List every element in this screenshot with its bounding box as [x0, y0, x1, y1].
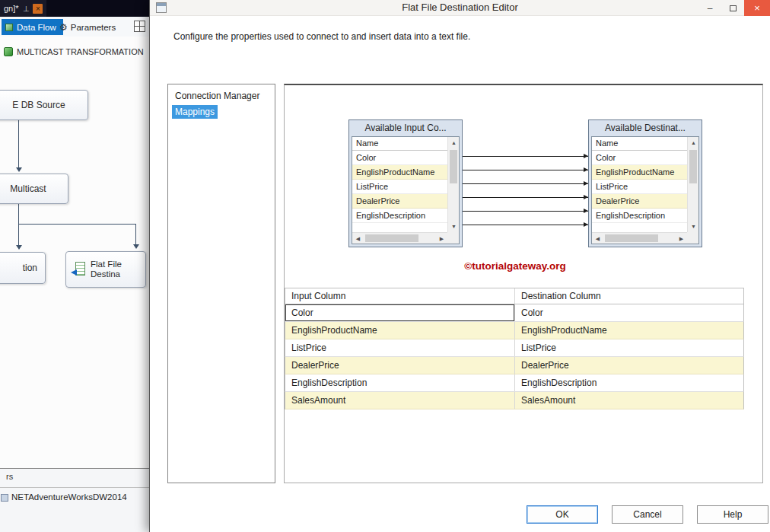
destination-column-cell[interactable]: ListPrice — [515, 339, 743, 356]
list-item[interactable]: EnglishProductName — [352, 165, 447, 180]
connector-line[interactable] — [18, 224, 136, 225]
scrollbar-corner — [447, 232, 459, 244]
ole-db-source-box[interactable]: E DB Source — [0, 90, 88, 120]
scrollbar-thumb[interactable] — [689, 150, 697, 183]
connector-line[interactable] — [135, 224, 136, 245]
list-item[interactable]: Color — [592, 151, 687, 165]
scroll-down-icon[interactable]: ▼ — [448, 221, 460, 232]
help-button[interactable]: Help — [697, 505, 768, 524]
list-item[interactable]: ListPrice — [592, 180, 687, 194]
scrollbar-corner — [687, 232, 698, 244]
destination-column-cell[interactable]: DealerPrice — [515, 357, 743, 374]
destination-column-cell[interactable]: EnglishProductName — [515, 322, 743, 339]
list-item[interactable]: EnglishDescription — [352, 209, 447, 223]
destination-column-cell[interactable]: Color — [515, 304, 743, 321]
dialog-title-bar[interactable]: Flat File Destination Editor – × — [150, 0, 770, 16]
scrollbar-thumb[interactable] — [450, 150, 457, 183]
horizontal-scrollbar[interactable]: ◀ ▶ — [352, 232, 447, 244]
destination-column-cell[interactable]: SalesAmount — [515, 392, 743, 409]
nav-item-connection-manager[interactable]: Connection Manager — [172, 89, 262, 103]
partial-transformation-box[interactable]: tion — [0, 252, 46, 284]
list-item[interactable]: EnglishProductName — [592, 165, 687, 180]
input-column-cell[interactable]: ListPrice — [285, 339, 515, 356]
listbox-title: Available Destinat... — [589, 120, 702, 136]
scroll-right-icon[interactable]: ▶ — [676, 233, 687, 244]
tab-data-flow[interactable]: Data Flow — [2, 19, 63, 35]
connector-arrow-icon — [16, 245, 22, 250]
box-label: tion — [23, 263, 37, 273]
mapping-table: Input ColumnDestination ColumnColorColor… — [285, 288, 744, 409]
data-flow-icon — [5, 24, 13, 31]
vertical-scrollbar[interactable]: ▲ ▼ — [447, 137, 459, 232]
table-row: ListPriceListPrice — [285, 339, 744, 357]
destination-column-cell[interactable]: EnglishDescription — [515, 374, 743, 391]
input-column-cell[interactable]: EnglishDescription — [285, 374, 515, 391]
mapping-connector[interactable] — [463, 211, 588, 212]
maximize-button[interactable] — [721, 0, 744, 16]
table-row: EnglishProductNameEnglishProductName — [285, 322, 744, 339]
scrollbar-thumb[interactable] — [605, 234, 658, 242]
nav-item-mappings[interactable]: Mappings — [172, 105, 218, 119]
scroll-left-icon[interactable]: ◀ — [592, 233, 603, 244]
input-column-cell[interactable]: DealerPrice — [285, 357, 515, 374]
tab-parameters-label: Parameters — [71, 23, 116, 32]
mappings-nav: Connection ManagerMappings — [167, 84, 275, 483]
scroll-right-icon[interactable]: ▶ — [436, 233, 447, 244]
connection-managers-tab[interactable]: rs — [6, 472, 13, 481]
mapping-frame: Available Input Co... NameColorEnglishPr… — [284, 84, 763, 483]
document-tab[interactable]: gn]* ⊤ × — [0, 0, 46, 17]
listbox-column-header[interactable]: Name — [352, 137, 447, 151]
mapping-connector[interactable] — [463, 170, 588, 170]
vs-designer-background: gn]* ⊤ × Data Flow ⚙ Parameters MULTICAS… — [0, 0, 149, 532]
cancel-button[interactable]: Cancel — [612, 505, 683, 524]
mapping-connector[interactable] — [463, 197, 588, 198]
connector-line[interactable] — [18, 204, 19, 225]
list-item[interactable]: EnglishDescription — [592, 209, 687, 223]
list-item[interactable]: DealerPrice — [352, 194, 447, 209]
listbox-grid: NameColorEnglishProductNameListPriceDeal… — [592, 137, 687, 232]
connection-manager-item[interactable]: NETAdventureWorksDW2014 — [11, 492, 127, 502]
document-tab-bar: gn]* ⊤ × — [0, 0, 149, 17]
close-button[interactable]: × — [744, 0, 770, 16]
vertical-scrollbar[interactable]: ▲ ▼ — [687, 137, 698, 232]
mapping-connector[interactable] — [463, 225, 588, 225]
input-column-cell[interactable]: EnglishProductName — [285, 322, 515, 339]
listbox-grid: NameColorEnglishProductNameListPriceDeal… — [352, 137, 447, 232]
ok-button[interactable]: OK — [527, 505, 598, 524]
table-column-header: Input Column — [285, 288, 515, 304]
box-label: E DB Source — [12, 100, 65, 110]
tab-parameters[interactable]: ⚙ Parameters — [59, 19, 116, 35]
flat-file-destination-box[interactable]: Flat File Destina — [65, 251, 146, 288]
mapping-connector[interactable] — [463, 156, 588, 157]
listbox-column-header[interactable]: Name — [592, 137, 687, 151]
minimize-button[interactable]: – — [698, 0, 721, 16]
connector-arrow-icon — [16, 167, 22, 172]
grid-icon[interactable] — [134, 21, 145, 32]
listbox-body: NameColorEnglishProductNameListPriceDeal… — [591, 136, 699, 244]
list-item[interactable]: DealerPrice — [592, 194, 687, 209]
list-item[interactable]: ListPrice — [352, 180, 447, 194]
listbox-body: NameColorEnglishProductNameListPriceDeal… — [352, 136, 460, 244]
multicast-icon — [4, 47, 13, 56]
screen: gn]* ⊤ × Data Flow ⚙ Parameters MULTICAS… — [0, 0, 770, 532]
destination-columns-listbox: Available Destinat... NameColorEnglishPr… — [588, 119, 702, 247]
scrollbar-thumb[interactable] — [365, 234, 418, 242]
input-column-cell[interactable]: Color — [285, 304, 515, 321]
dialog-description: Configure the properties used to connect… — [173, 31, 470, 42]
scroll-down-icon[interactable]: ▼ — [688, 221, 699, 232]
box-label: Flat File Destina — [91, 260, 138, 279]
connector-line[interactable] — [18, 120, 19, 168]
multicast-box[interactable]: Multicast — [0, 174, 68, 204]
table-row: EnglishDescriptionEnglishDescription — [285, 374, 744, 392]
tab-close-icon[interactable]: × — [33, 4, 43, 14]
scroll-up-icon[interactable]: ▲ — [448, 137, 460, 148]
flat-file-destination-icon — [71, 261, 86, 278]
horizontal-scrollbar[interactable]: ◀ ▶ — [592, 232, 687, 244]
input-column-cell[interactable]: SalesAmount — [285, 392, 515, 409]
scroll-left-icon[interactable]: ◀ — [352, 233, 364, 244]
mapping-connector[interactable] — [463, 183, 588, 184]
scroll-up-icon[interactable]: ▲ — [688, 137, 699, 148]
pin-icon[interactable]: ⊤ — [23, 5, 30, 13]
list-item[interactable]: Color — [352, 151, 447, 165]
connector-line[interactable] — [18, 224, 19, 246]
